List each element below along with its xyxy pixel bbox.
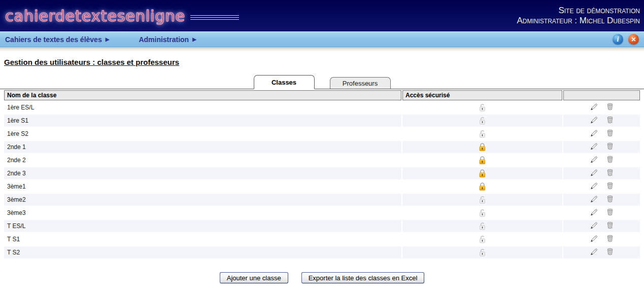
lock-closed-icon[interactable] — [478, 169, 487, 176]
class-row: 1ère S2 — [4, 128, 640, 140]
edit-pencil-icon[interactable] — [590, 182, 598, 192]
menu-bar: Cahiers de textes des élèves ▶ Administr… — [0, 31, 644, 47]
class-name-cell: T S1 — [4, 233, 401, 245]
secure-access-cell — [402, 220, 562, 232]
trash-icon[interactable] — [606, 208, 614, 218]
classes-table: Nom de la classe Accès sécurisé 1ère ES/… — [3, 89, 641, 260]
class-name-cell: 3ème3 — [4, 207, 401, 219]
menu-item-cahiers-de-textes[interactable]: Cahiers de textes des élèves ▶ — [5, 35, 109, 44]
class-row: T ES/L — [4, 220, 640, 232]
trash-icon[interactable] — [606, 195, 614, 205]
chevron-right-icon: ▶ — [192, 36, 196, 42]
class-row: 1ère ES/L — [4, 101, 640, 114]
class-row: T S2 — [4, 246, 640, 258]
menu-item-label: Cahiers de textes des élèves — [5, 35, 102, 44]
edit-pencil-icon[interactable] — [590, 208, 598, 218]
secure-access-cell — [402, 207, 562, 219]
trash-icon[interactable] — [606, 181, 614, 192]
lock-closed-icon[interactable] — [478, 143, 487, 150]
class-row: 3ème3 — [4, 207, 640, 219]
column-header-class-name: Nom de la classe — [4, 90, 401, 100]
class-name-cell: 3ème1 — [4, 180, 401, 193]
tab-bar: Classes Professeurs — [0, 75, 644, 89]
actions-cell — [563, 141, 640, 153]
edit-pencil-icon[interactable] — [590, 235, 598, 244]
actions-cell — [563, 101, 640, 114]
lock-open-icon[interactable] — [478, 235, 487, 242]
edit-pencil-icon[interactable] — [590, 156, 598, 165]
main-content: Gestion des utilisateurs : classes et pr… — [0, 58, 644, 283]
actions-cell — [563, 246, 640, 258]
trash-icon[interactable] — [606, 116, 614, 126]
lock-open-icon[interactable] — [478, 117, 487, 124]
logo-speedlines-decoration — [190, 15, 239, 20]
edit-pencil-icon[interactable] — [590, 195, 598, 205]
class-row: 3ème2 — [4, 194, 640, 206]
admin-user-label: Administrateur : Michel Dubespin — [517, 16, 640, 26]
tab-classes[interactable]: Classes — [254, 75, 315, 89]
edit-pencil-icon[interactable] — [590, 103, 598, 113]
class-name-cell: 1ère S1 — [4, 115, 401, 127]
header-divider-strip — [0, 47, 644, 52]
lock-open-icon[interactable] — [478, 130, 487, 137]
column-header-secure-access: Accès sécurisé — [402, 90, 562, 100]
class-name-cell: 2nde 3 — [4, 167, 401, 179]
site-demo-label: Site de démonstration — [517, 6, 640, 16]
menu-item-administration[interactable]: Administration ▶ — [139, 35, 196, 44]
export-excel-button[interactable]: Exporter la liste des classes en Excel — [301, 272, 425, 283]
secure-access-cell — [402, 115, 562, 127]
class-row: 1ère S1 — [4, 115, 640, 127]
trash-icon[interactable] — [606, 247, 614, 257]
lock-closed-icon[interactable] — [478, 156, 487, 163]
classes-table-body: 1ère ES/L1ère S11ère S22nde 12nde 22nde … — [4, 101, 640, 258]
trash-icon[interactable] — [606, 221, 614, 231]
actions-cell — [563, 233, 640, 245]
class-name-cell: 1ère S2 — [4, 128, 401, 140]
class-name-cell: 1ère ES/L — [4, 101, 401, 114]
edit-pencil-icon[interactable] — [590, 142, 598, 152]
app-logo: cahierdetextesenligne — [5, 7, 185, 25]
secure-access-cell — [402, 233, 562, 245]
class-name-cell: T ES/L — [4, 220, 401, 232]
trash-icon[interactable] — [606, 155, 614, 165]
class-name-cell: 2nde 1 — [4, 141, 401, 153]
class-name-cell: 2nde 2 — [4, 154, 401, 166]
lock-open-icon[interactable] — [478, 248, 487, 255]
table-header-row: Nom de la classe Accès sécurisé — [4, 90, 640, 100]
edit-pencil-icon[interactable] — [590, 129, 598, 139]
lock-open-icon[interactable] — [478, 222, 487, 229]
secure-access-cell — [402, 194, 562, 206]
class-row: 3ème1 — [4, 180, 640, 193]
lock-open-icon[interactable] — [478, 196, 487, 203]
trash-icon[interactable] — [606, 234, 614, 244]
lock-open-icon[interactable] — [478, 103, 487, 110]
actions-cell — [563, 167, 640, 179]
tab-professeurs[interactable]: Professeurs — [330, 77, 391, 89]
secure-access-cell — [402, 180, 562, 193]
actions-cell — [563, 220, 640, 232]
class-row: T S1 — [4, 233, 640, 245]
trash-icon[interactable] — [606, 168, 614, 178]
secure-access-cell — [402, 246, 562, 258]
class-name-cell: 3ème2 — [4, 194, 401, 206]
chevron-right-icon: ▶ — [106, 36, 110, 42]
actions-cell — [563, 180, 640, 193]
close-icon[interactable]: ✕ — [628, 34, 639, 45]
lock-open-icon[interactable] — [478, 209, 487, 216]
menu-item-label: Administration — [139, 35, 189, 44]
edit-pencil-icon[interactable] — [590, 169, 598, 178]
trash-icon[interactable] — [606, 142, 614, 152]
add-class-button[interactable]: Ajouter une classe — [220, 272, 288, 283]
actions-cell — [563, 207, 640, 219]
actions-cell — [563, 154, 640, 166]
lock-closed-icon[interactable] — [478, 182, 487, 190]
edit-pencil-icon[interactable] — [590, 116, 598, 126]
actions-cell — [563, 194, 640, 206]
edit-pencil-icon[interactable] — [590, 248, 598, 257]
edit-pencil-icon[interactable] — [590, 221, 598, 231]
trash-icon[interactable] — [606, 102, 614, 113]
footer-actions: Ajouter une classe Exporter la liste des… — [0, 272, 644, 283]
secure-access-cell — [402, 101, 562, 114]
trash-icon[interactable] — [606, 129, 614, 139]
info-icon[interactable]: i — [613, 34, 623, 45]
